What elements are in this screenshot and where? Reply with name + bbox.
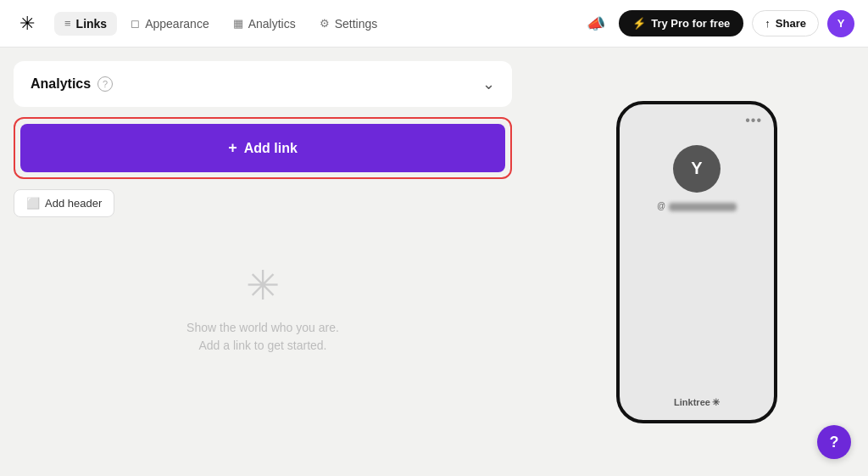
nav-right-actions: 📣 ⚡ Try Pro for free ↑ Share Y <box>581 10 854 37</box>
analytics-card-left: Analytics ? <box>31 76 113 92</box>
avatar-initial: Y <box>837 17 845 30</box>
add-header-button[interactable]: ⬜ Add header <box>14 189 114 217</box>
empty-state-icon: ✳ <box>246 261 280 309</box>
nav-tabs: ≡ Links ◻ Appearance ▦ Analytics ⚙ Setti… <box>54 12 575 36</box>
chevron-down-icon: ⌄ <box>482 76 495 92</box>
plus-icon: + <box>228 139 237 157</box>
lightning-icon: ⚡ <box>632 17 646 30</box>
settings-icon: ⚙ <box>320 17 330 30</box>
tab-analytics-label: Analytics <box>248 17 296 31</box>
main-layout: Analytics ? ⌄ + Add link ⬜ Add header ✳ <box>0 48 868 476</box>
help-icon: ? <box>830 434 839 451</box>
megaphone-icon: 📣 <box>587 15 605 32</box>
links-icon: ≡ <box>64 17 71 30</box>
header-icon: ⬜ <box>26 197 40 210</box>
analytics-icon: ▦ <box>233 17 243 30</box>
logo-icon: ✳ <box>19 13 35 35</box>
user-avatar-button[interactable]: Y <box>827 10 854 37</box>
help-button[interactable]: ? <box>817 425 851 459</box>
empty-state: ✳ Show the world who you are. Add a link… <box>14 227 512 389</box>
phone-avatar-label: Y <box>691 159 702 178</box>
empty-state-line1: Show the world who you are. <box>186 319 339 337</box>
phone-username-blur <box>669 203 737 211</box>
analytics-card-title: Analytics <box>31 76 91 92</box>
linktree-label: Linktree <box>674 397 710 407</box>
left-panel: Analytics ? ⌄ + Add link ⬜ Add header ✳ <box>0 48 526 476</box>
empty-state-text: Show the world who you are. Add a link t… <box>186 319 339 355</box>
megaphone-button[interactable]: 📣 <box>581 11 610 36</box>
right-panel: ••• Y @ Linktree ✳ <box>526 48 868 476</box>
share-icon: ↑ <box>765 17 771 30</box>
phone-avatar: Y <box>673 145 721 193</box>
logo[interactable]: ✳ <box>14 10 41 37</box>
tab-appearance-label: Appearance <box>145 17 209 31</box>
tab-appearance[interactable]: ◻ Appearance <box>120 12 220 36</box>
add-link-wrapper: + Add link <box>14 117 512 179</box>
more-icon: ••• <box>745 113 762 127</box>
empty-state-line2: Add a link to get started. <box>186 337 339 355</box>
share-button[interactable]: ↑ Share <box>752 10 819 36</box>
phone-at-sign: @ <box>657 201 665 210</box>
phone-more-button[interactable]: ••• <box>745 113 762 128</box>
add-link-label: Add link <box>244 141 298 156</box>
share-label: Share <box>776 17 806 30</box>
analytics-chevron-button[interactable]: ⌄ <box>482 75 495 93</box>
linktree-asterisk-icon: ✳ <box>712 397 720 408</box>
add-header-label: Add header <box>45 197 102 210</box>
tab-links[interactable]: ≡ Links <box>54 12 117 36</box>
top-navigation: ✳ ≡ Links ◻ Appearance ▦ Analytics ⚙ Set… <box>0 0 868 48</box>
appearance-icon: ◻ <box>131 17 140 30</box>
tab-links-label: Links <box>76 17 108 31</box>
try-pro-button[interactable]: ⚡ Try Pro for free <box>619 10 743 36</box>
analytics-card: Analytics ? ⌄ <box>14 61 512 107</box>
tab-settings[interactable]: ⚙ Settings <box>309 12 388 36</box>
phone-linktree-branding: Linktree ✳ <box>674 397 720 408</box>
add-link-button[interactable]: + Add link <box>20 124 505 172</box>
tab-analytics[interactable]: ▦ Analytics <box>223 12 306 36</box>
try-pro-label: Try Pro for free <box>651 17 730 30</box>
phone-preview: ••• Y @ Linktree ✳ <box>616 101 777 423</box>
tab-settings-label: Settings <box>335 17 378 31</box>
phone-username-row: @ <box>657 201 737 211</box>
analytics-info-icon[interactable]: ? <box>97 76 113 92</box>
